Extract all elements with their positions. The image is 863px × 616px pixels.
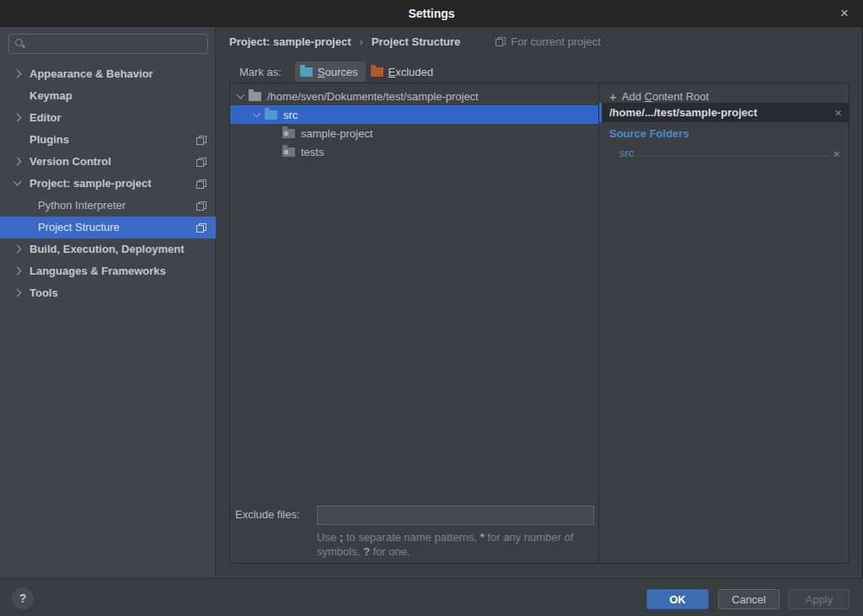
content-root-row[interactable]: /home/.../test/sample-project × <box>599 103 849 122</box>
directory-tree: /home/sven/Dokumente/test/sample-project… <box>230 83 598 161</box>
per-project-badge-icon <box>196 136 206 145</box>
settings-nav: Appearance & Behavior Keymap Editor Plug… <box>0 63 216 304</box>
tree-row-src[interactable]: src <box>230 105 598 124</box>
per-project-badge-icon <box>196 201 206 211</box>
sidebar-item-editor[interactable]: Editor <box>0 107 216 129</box>
dotted-leader <box>635 156 829 157</box>
sidebar-item-appearance-behavior[interactable]: Appearance & Behavior <box>0 63 216 85</box>
folder-icon <box>282 129 295 138</box>
sources-label: Sources <box>318 66 358 78</box>
chevron-right-icon <box>13 70 22 78</box>
sidebar-item-python-interpreter[interactable]: Python Interpreter <box>0 195 216 217</box>
mark-as-excluded-button[interactable]: Excluded <box>366 62 441 82</box>
chevron-right-icon <box>13 114 22 122</box>
breadcrumb-separator-icon: › <box>360 35 363 48</box>
per-project-badge-icon <box>196 179 206 189</box>
sidebar-item-keymap[interactable]: Keymap <box>0 85 216 107</box>
sidebar-item-label: Project Structure <box>38 221 120 233</box>
exclude-files-input[interactable] <box>317 506 594 525</box>
source-folders-title: Source Folders <box>609 127 689 140</box>
search-icon <box>14 38 26 50</box>
sidebar-item-label: Plugins <box>29 133 69 146</box>
sidebar-item-label: Version Control <box>29 155 111 168</box>
tree-row-label: src <box>283 109 297 121</box>
sidebar-item-plugins[interactable]: Plugins <box>0 129 216 151</box>
source-folder-icon <box>300 67 313 77</box>
remove-content-root-icon[interactable]: × <box>834 106 842 119</box>
close-icon[interactable]: × <box>834 3 855 24</box>
scope-note: For current project <box>496 35 600 48</box>
breadcrumb: Project: sample-project › Project Struct… <box>229 34 601 49</box>
tree-row-label: sample-project <box>301 127 373 140</box>
sidebar-item-label: Keymap <box>29 89 72 102</box>
sidebar-item-label: Languages & Frameworks <box>29 265 166 277</box>
project-structure-panels: /home/sven/Dokumente/test/sample-project… <box>229 83 850 564</box>
folder-icon <box>282 147 295 157</box>
mark-as-label: Mark as: <box>239 66 281 78</box>
sidebar-item-project-sample-project[interactable]: Project: sample-project <box>0 173 216 195</box>
settings-sidebar: Appearance & Behavior Keymap Editor Plug… <box>0 27 216 578</box>
scope-note-label: For current project <box>511 35 600 48</box>
breadcrumb-project[interactable]: Project: sample-project <box>229 35 351 48</box>
sidebar-item-label: Tools <box>29 287 58 299</box>
sidebar-item-build-execution-deployment[interactable]: Build, Execution, Deployment <box>0 238 216 260</box>
tree-row-label: /home/sven/Dokumente/test/sample-project <box>267 90 479 103</box>
sidebar-item-label: Build, Execution, Deployment <box>29 243 184 255</box>
sidebar-item-label: Appearance & Behavior <box>29 67 153 80</box>
source-folder-row[interactable]: src × <box>619 143 840 160</box>
excluded-label: Excluded <box>389 66 433 78</box>
sidebar-item-label: Python Interpreter <box>38 199 126 212</box>
exclude-files-label: Exclude files: <box>235 508 300 521</box>
exclude-files-hint: Use ; to separate name patterns, * for a… <box>317 530 608 559</box>
add-content-root-label: Add Content Root <box>622 90 709 103</box>
sidebar-item-label: Project: sample-project <box>29 177 152 190</box>
tree-row-content-root[interactable]: /home/sven/Dokumente/test/sample-project <box>230 87 598 105</box>
content-root-tree-pane: /home/sven/Dokumente/test/sample-project… <box>230 83 599 563</box>
sidebar-item-version-control[interactable]: Version Control <box>0 151 216 173</box>
chevron-right-icon <box>13 267 22 276</box>
mark-as-toolbar: Mark as: Sources Excluded <box>239 61 441 83</box>
excluded-folder-icon <box>371 67 383 77</box>
per-project-badge-icon <box>496 37 506 46</box>
chevron-down-icon[interactable] <box>253 110 261 118</box>
search-input[interactable] <box>30 38 202 51</box>
breadcrumb-page[interactable]: Project Structure <box>372 35 460 48</box>
sidebar-item-project-structure[interactable]: Project Structure <box>0 217 216 238</box>
per-project-badge-icon <box>196 158 206 167</box>
content-roots-pane: + Add Content Root /home/.../test/sample… <box>599 83 849 563</box>
chevron-right-icon <box>13 158 22 166</box>
sidebar-item-tools[interactable]: Tools <box>0 282 216 304</box>
source-root-folder-icon <box>265 110 277 120</box>
per-project-badge-icon <box>196 223 206 233</box>
tree-row-sample-project[interactable]: sample-project <box>230 124 598 142</box>
apply-button[interactable]: Apply <box>789 589 850 609</box>
window-title: Settings <box>408 7 454 20</box>
sidebar-item-label: Editor <box>29 111 62 124</box>
help-button[interactable]: ? <box>12 587 34 609</box>
dialog-buttons: OK Cancel Apply <box>646 589 850 609</box>
mark-as-sources-button[interactable]: Sources <box>295 62 366 82</box>
content-root-path: /home/.../test/sample-project <box>609 106 834 119</box>
settings-search-box[interactable] <box>8 34 208 54</box>
tree-row-label: tests <box>301 146 324 158</box>
cancel-button[interactable]: Cancel <box>718 589 780 609</box>
sidebar-item-languages-frameworks[interactable]: Languages & Frameworks <box>0 260 216 282</box>
chevron-down-icon[interactable] <box>237 91 245 99</box>
chevron-right-icon <box>13 245 22 254</box>
source-folder-name: src <box>619 147 634 160</box>
title-bar: Settings × <box>0 0 863 27</box>
add-icon: + <box>609 89 617 104</box>
chevron-down-icon <box>13 178 22 186</box>
folder-icon <box>249 92 261 101</box>
ok-button[interactable]: OK <box>646 589 709 609</box>
tree-row-tests[interactable]: tests <box>230 142 598 161</box>
remove-source-folder-icon[interactable]: × <box>833 147 840 160</box>
dialog-footer: ? OK Cancel Apply <box>0 578 863 616</box>
chevron-right-icon <box>13 289 22 297</box>
